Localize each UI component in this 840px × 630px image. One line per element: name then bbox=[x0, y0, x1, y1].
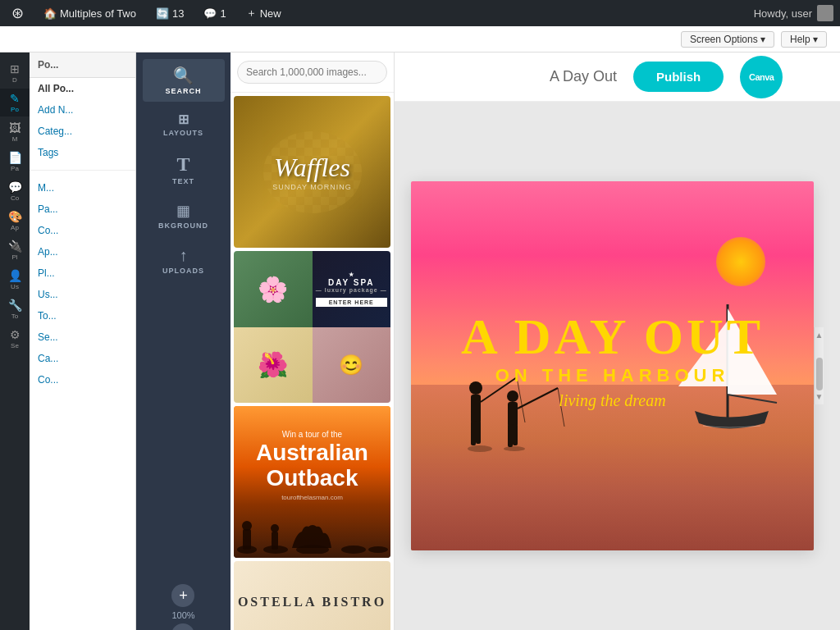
zoom-in-button[interactable]: + bbox=[171, 584, 194, 607]
add-new-link[interactable]: Add N... bbox=[30, 99, 135, 121]
outback-title: AustralianOutback bbox=[256, 441, 368, 491]
new-label: New bbox=[260, 7, 281, 20]
wp-sidebar: ⊞ D ✎ Po 🖼 M 📄 Pa 💬 Co 🎨 Ap 🔌 Pl 👤 bbox=[0, 52, 30, 630]
canva-toolbar: 🔍 SEARCH ⊞ LAYOUTS T TEXT ▦ BKGROUND ↑ U… bbox=[136, 52, 231, 630]
nav-users-label: Us bbox=[11, 283, 19, 290]
zoom-out-button[interactable]: − bbox=[171, 623, 194, 630]
nav-plugins-label: Pl bbox=[11, 253, 17, 261]
nav-posts[interactable]: ✎ Po bbox=[0, 89, 30, 116]
search-input[interactable] bbox=[237, 61, 387, 84]
new-content-link[interactable]: ＋ New bbox=[241, 0, 286, 26]
nav-appearance[interactable]: 🎨 Ap bbox=[0, 207, 30, 235]
collapse-sidebar-link[interactable]: Ca... bbox=[30, 348, 135, 369]
outback-subtitle: tourofthelasman.com bbox=[256, 494, 368, 501]
help-button[interactable]: Help ▾ bbox=[781, 31, 827, 48]
sun bbox=[716, 237, 765, 286]
pages-sidebar-link[interactable]: Pa... bbox=[30, 199, 135, 220]
search-tool-icon: 🔍 bbox=[173, 66, 194, 85]
layouts-tool-label: LAYOUTS bbox=[163, 129, 203, 137]
appearance-icon: 🎨 bbox=[8, 210, 22, 223]
publish-button[interactable]: Publish bbox=[633, 62, 724, 92]
waffles-thumbnail[interactable]: Waffles SUNDAY MORNING bbox=[234, 96, 390, 248]
uploads-tool-icon: ↑ bbox=[180, 246, 188, 265]
background-tool[interactable]: ▦ BKGROUND bbox=[143, 195, 225, 236]
canva-search-area bbox=[231, 52, 394, 93]
site-name: Multiples of Two bbox=[60, 7, 136, 20]
canva-header: A Day Out Publish Canva bbox=[395, 52, 840, 102]
site-name-link[interactable]: 🏠 Multiples of Two bbox=[39, 0, 141, 26]
main-canvas[interactable]: A DAY OUT ON THE HARBOUR living the drea… bbox=[411, 181, 814, 550]
ostella-title: OSTELLA BISTRO bbox=[238, 595, 386, 609]
search-tool[interactable]: 🔍 SEARCH bbox=[143, 59, 225, 102]
background-tool-label: BKGROUND bbox=[158, 221, 208, 230]
scroll-thumb[interactable] bbox=[816, 358, 823, 390]
scroll-up-arrow[interactable]: ▲ bbox=[814, 329, 825, 341]
text-tool-label: TEXT bbox=[172, 177, 194, 185]
tags-link[interactable]: Tags bbox=[30, 142, 135, 163]
canva-thumbnails-panel: Waffles SUNDAY MORNING 🌸 bbox=[231, 52, 395, 630]
settings-sidebar-link[interactable]: Se... bbox=[30, 326, 135, 348]
canvas-line1: A DAY OUT bbox=[411, 311, 814, 362]
svg-rect-21 bbox=[508, 424, 513, 447]
nav-tools[interactable]: 🔧 To bbox=[0, 295, 30, 323]
nav-media[interactable]: 🖼 M bbox=[0, 118, 30, 146]
scroll-down-arrow[interactable]: ▼ bbox=[814, 390, 825, 403]
comments-sidebar-link[interactable]: Co... bbox=[30, 220, 135, 241]
media-icon: 🖼 bbox=[9, 121, 21, 135]
svg-rect-15 bbox=[471, 421, 476, 445]
comments-link[interactable]: 🔄 13 bbox=[151, 0, 189, 26]
nav-comments[interactable]: 💬 Co bbox=[0, 177, 30, 205]
categories-link[interactable]: Categ... bbox=[30, 121, 135, 142]
layouts-tool-icon: ⊞ bbox=[178, 112, 189, 127]
layouts-tool[interactable]: ⊞ LAYOUTS bbox=[143, 105, 225, 144]
canvas-subtitle: living the dream bbox=[411, 391, 814, 410]
messages-link[interactable]: 💬 1 bbox=[199, 0, 231, 26]
extra-sidebar-link[interactable]: Co... bbox=[30, 369, 135, 390]
screen-options-button[interactable]: Screen Options ▾ bbox=[681, 31, 774, 48]
settings-icon: ⚙ bbox=[10, 328, 21, 341]
outback-thumbnail[interactable]: Win a tour of the AustralianOutback tour… bbox=[234, 406, 390, 558]
nav-plugins[interactable]: 🔌 Pl bbox=[0, 236, 30, 264]
nav-pages[interactable]: 📄 Pa bbox=[0, 148, 30, 176]
appearance-sidebar-link[interactable]: Ap... bbox=[30, 241, 135, 262]
avatar[interactable] bbox=[817, 5, 833, 21]
canva-logo[interactable]: Canva bbox=[740, 56, 783, 98]
spa-quad2: ★ DAY SPA — luxury package — ENTER HERE bbox=[313, 251, 391, 327]
nav-tools-label: To bbox=[11, 313, 18, 320]
main-layout: ⊞ D ✎ Po 🖼 M 📄 Pa 💬 Co 🎨 Ap 🔌 Pl 👤 bbox=[0, 52, 840, 630]
wp-logo[interactable]: ⊛ bbox=[7, 0, 29, 26]
media-sidebar-link[interactable]: M... bbox=[30, 177, 135, 199]
plus-icon: ＋ bbox=[246, 6, 257, 21]
nav-appearance-label: Ap bbox=[11, 224, 19, 231]
canvas-text-overlay: A DAY OUT ON THE HARBOUR living the drea… bbox=[411, 311, 814, 410]
search-tool-label: SEARCH bbox=[165, 87, 201, 95]
all-posts-link[interactable]: All Po... bbox=[30, 78, 135, 99]
plugins-sidebar-link[interactable]: Pl... bbox=[30, 262, 135, 284]
posts-icon: ✎ bbox=[10, 92, 20, 105]
nav-settings[interactable]: ⚙ Se bbox=[0, 325, 30, 353]
users-sidebar-link[interactable]: Us... bbox=[30, 284, 135, 305]
uploads-tool[interactable]: ↑ UPLOADS bbox=[143, 240, 225, 281]
background-tool-icon: ▦ bbox=[176, 202, 190, 220]
nav-settings-label: Se bbox=[11, 342, 19, 349]
nav-comments-label: Co bbox=[11, 194, 19, 202]
text-tool[interactable]: T TEXT bbox=[143, 147, 225, 192]
vertical-scrollbar[interactable]: ▲ ▼ bbox=[814, 327, 824, 404]
tools-icon: 🔧 bbox=[8, 299, 22, 312]
zoom-level: 100% bbox=[171, 610, 194, 620]
ostella-thumbnail[interactable]: OSTELLA BISTRO bbox=[234, 561, 390, 630]
tools-sidebar-link[interactable]: To... bbox=[30, 305, 135, 326]
messages-icon: 💬 bbox=[203, 7, 217, 20]
text-tool-icon: T bbox=[176, 153, 189, 176]
svg-rect-22 bbox=[513, 424, 518, 445]
spa-quad1: 🌸 bbox=[234, 251, 313, 327]
nav-users[interactable]: 👤 Us bbox=[0, 266, 30, 294]
canvas-area[interactable]: A DAY OUT ON THE HARBOUR living the drea… bbox=[395, 102, 840, 630]
dayspa-thumbnail[interactable]: 🌸 ★ DAY SPA — luxury package — ENTER HER… bbox=[234, 251, 390, 403]
screen-options-bar: Screen Options ▾ Help ▾ bbox=[0, 26, 840, 52]
nav-dashboard[interactable]: ⊞ D bbox=[0, 59, 30, 87]
canvas-line2: ON THE HARBOUR bbox=[411, 365, 814, 386]
post-sidebar-header: Po... bbox=[30, 52, 135, 78]
dashboard-icon: ⊞ bbox=[10, 62, 20, 75]
main-editor: A Day Out Publish Canva bbox=[395, 52, 840, 630]
